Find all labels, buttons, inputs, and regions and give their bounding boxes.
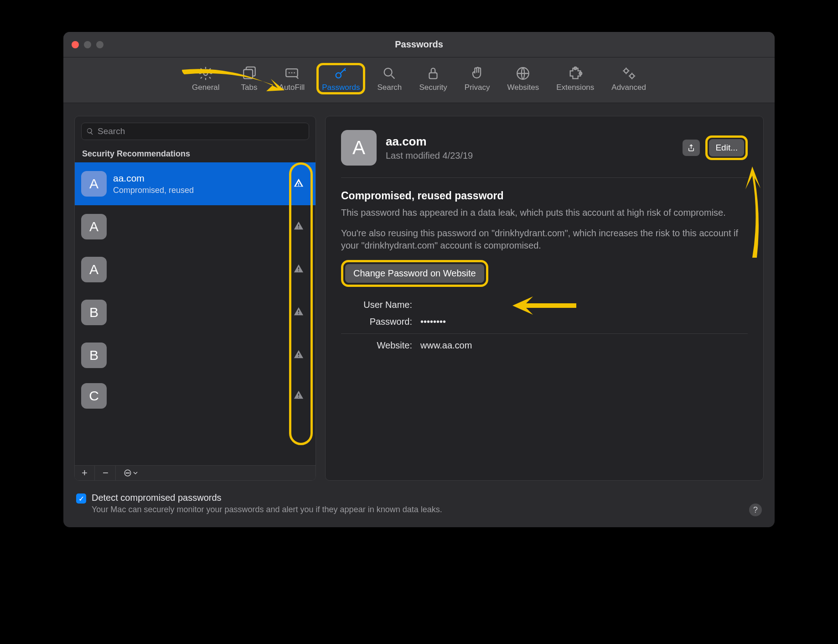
ellipsis-icon xyxy=(124,469,132,477)
gears-icon xyxy=(621,67,636,80)
help-button[interactable]: ? xyxy=(749,504,762,516)
key-icon xyxy=(333,67,349,80)
svg-point-4 xyxy=(384,68,392,76)
warning-body: This password has appeared in a data lea… xyxy=(341,207,748,219)
close-button[interactable] xyxy=(72,41,79,48)
tab-security[interactable]: Security xyxy=(414,63,452,94)
detail-header: A aa.com Last modified 4/23/19 Edit... xyxy=(341,130,748,166)
annotation-highlight: Edit... xyxy=(705,135,748,160)
tab-passwords[interactable]: Passwords xyxy=(316,63,365,94)
search-icon xyxy=(86,127,94,135)
detail-last-modified: Last modified 4/23/19 xyxy=(386,151,673,161)
tab-label: Search xyxy=(377,83,402,92)
svg-point-12 xyxy=(126,473,127,473)
window-title: Passwords xyxy=(395,39,443,50)
svg-point-0 xyxy=(204,72,208,76)
search-icon xyxy=(382,67,397,80)
search-field[interactable] xyxy=(98,126,304,136)
list-item[interactable]: A xyxy=(75,205,316,248)
change-password-button[interactable]: Change Password on Website xyxy=(345,264,484,283)
annotation-highlight: Change Password on Website xyxy=(341,260,488,287)
avatar: A xyxy=(81,171,107,197)
list-item-title: aa.com xyxy=(113,173,309,184)
svg-point-3 xyxy=(336,73,341,78)
detect-compromised-checkbox[interactable]: ✓ xyxy=(76,493,86,504)
autofill-icon xyxy=(284,67,300,80)
detail-panel: A aa.com Last modified 4/23/19 Edit... C… xyxy=(325,116,764,481)
tab-tabs[interactable]: Tabs xyxy=(232,63,267,94)
warning-heading: Compromised, reused password xyxy=(341,190,748,202)
tab-label: Extensions xyxy=(556,83,594,92)
tab-label: Privacy xyxy=(465,83,490,92)
avatar: C xyxy=(81,383,107,409)
toolbar: General Tabs AutoFill Passwords Search xyxy=(63,57,775,103)
warning-body: You're also reusing this password on "dr… xyxy=(341,227,748,252)
sidebar-toolbar: + − xyxy=(75,465,316,480)
preferences-window: Passwords General Tabs AutoFill Password… xyxy=(63,32,775,527)
section-header: Security Recommendations xyxy=(75,145,316,162)
password-label: Password: xyxy=(341,317,412,327)
warning-icon xyxy=(294,178,304,190)
divider xyxy=(341,177,748,178)
footer: ✓ Detect compromised passwords Your Mac … xyxy=(63,489,775,527)
tab-label: Websites xyxy=(507,83,539,92)
lock-icon xyxy=(425,67,441,80)
puzzle-icon xyxy=(568,67,583,80)
warning-icon xyxy=(294,390,304,402)
remove-button[interactable]: − xyxy=(96,466,116,480)
footer-title: Detect compromised passwords xyxy=(92,493,442,503)
tab-privacy[interactable]: Privacy xyxy=(459,63,496,94)
website-value[interactable]: www.aa.com xyxy=(420,340,748,351)
search-input[interactable] xyxy=(81,123,309,140)
tab-autofill[interactable]: AutoFill xyxy=(274,63,310,94)
tab-advanced[interactable]: Advanced xyxy=(606,63,652,94)
tab-label: Advanced xyxy=(611,83,646,92)
add-button[interactable]: + xyxy=(75,466,95,480)
tab-label: Security xyxy=(419,83,447,92)
svg-point-9 xyxy=(624,69,628,73)
globe-icon xyxy=(515,67,531,80)
svg-rect-5 xyxy=(429,73,437,79)
tab-search[interactable]: Search xyxy=(372,63,407,94)
sidebar: Security Recommendations A aa.com Compro… xyxy=(74,116,316,481)
password-value[interactable]: •••••••• xyxy=(420,317,748,327)
traffic-lights xyxy=(72,41,103,48)
password-list[interactable]: A aa.com Compromised, reused A A xyxy=(75,162,316,465)
credentials-grid: User Name: Password: •••••••• Website: w… xyxy=(341,300,748,351)
divider xyxy=(341,333,748,334)
list-item[interactable]: B xyxy=(75,291,316,334)
maximize-button[interactable] xyxy=(96,41,103,48)
warning-icon xyxy=(294,349,304,361)
tab-websites[interactable]: Websites xyxy=(502,63,545,94)
content: Security Recommendations A aa.com Compro… xyxy=(63,103,775,489)
list-item[interactable]: B xyxy=(75,334,316,377)
avatar: B xyxy=(81,343,107,368)
hand-icon xyxy=(470,67,485,80)
chevron-down-icon xyxy=(133,471,138,475)
share-button[interactable] xyxy=(683,140,700,156)
detail-avatar: A xyxy=(341,130,377,166)
svg-rect-1 xyxy=(243,70,253,79)
warning-icon xyxy=(294,306,304,318)
detail-title: aa.com xyxy=(386,135,673,149)
gear-icon xyxy=(198,67,213,80)
list-item[interactable]: C xyxy=(75,377,316,415)
minimize-button[interactable] xyxy=(84,41,91,48)
tab-general[interactable]: General xyxy=(186,63,225,94)
warning-icon xyxy=(294,221,304,233)
tab-label: AutoFill xyxy=(279,83,305,92)
username-value[interactable] xyxy=(420,300,748,310)
list-item[interactable]: A xyxy=(75,248,316,291)
website-label: Website: xyxy=(341,340,412,351)
avatar: A xyxy=(81,214,107,239)
tabs-icon xyxy=(242,67,257,80)
username-label: User Name: xyxy=(341,300,412,310)
tab-label: Passwords xyxy=(322,83,360,92)
svg-point-14 xyxy=(129,473,129,473)
more-button[interactable] xyxy=(117,466,144,480)
edit-button[interactable]: Edit... xyxy=(709,139,744,156)
tab-extensions[interactable]: Extensions xyxy=(551,63,600,94)
footer-sub: Your Mac can securely monitor your passw… xyxy=(92,505,442,514)
tab-label: General xyxy=(192,83,219,92)
list-item[interactable]: A aa.com Compromised, reused xyxy=(75,162,316,205)
